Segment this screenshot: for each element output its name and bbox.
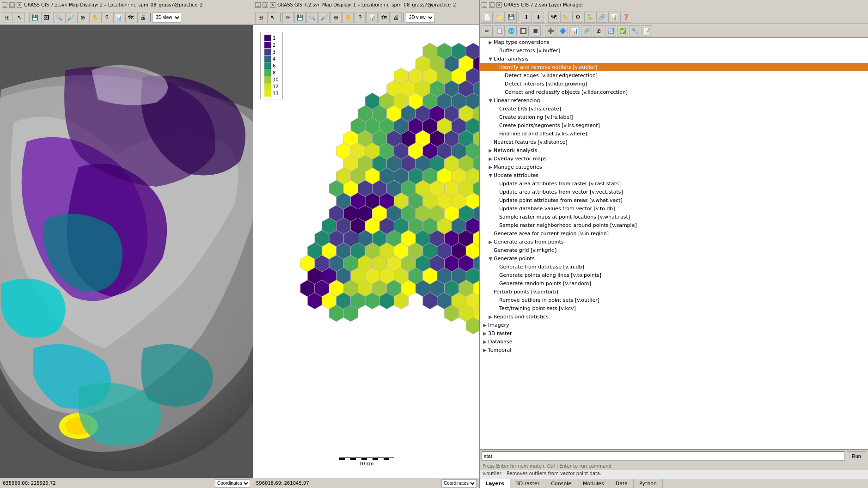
tool-query[interactable]: ? <box>101 12 112 23</box>
tool-overlay-r[interactable]: 🗺 <box>379 12 390 23</box>
tool-pan[interactable]: ✋ <box>89 12 100 23</box>
tree-item-manage-categories[interactable]: ▶ Manage categories <box>480 163 868 171</box>
tool-display[interactable]: ⊞ <box>2 12 13 23</box>
lm-layer-remove[interactable]: 🔳 <box>530 25 541 37</box>
lm-connect[interactable]: 🔗 <box>581 25 592 37</box>
lm-minimize[interactable]: _ <box>482 2 487 8</box>
tree-item-find-line-offset[interactable]: Find line id and offset [v.lrs.where] <box>480 129 868 138</box>
lm-check[interactable]: ✅ <box>617 25 628 37</box>
view-mode-select[interactable]: 3D view 2D view <box>153 12 181 23</box>
tree-item-update-db-vector[interactable]: Update database values from vector [v.to… <box>480 204 868 213</box>
lm-open[interactable]: 📁 <box>494 12 505 23</box>
lm-globe[interactable]: 🌐 <box>506 25 517 37</box>
lm-database[interactable]: 🔗 <box>596 12 607 23</box>
tool-query-r[interactable]: ? <box>355 12 366 23</box>
tree-item-sample-raster-point[interactable]: Sample raster maps at point locations [v… <box>480 213 868 221</box>
search-input[interactable] <box>482 451 845 461</box>
right-win-maximize[interactable]: □ <box>263 2 268 8</box>
tree-item-reports-stats[interactable]: ▶ Reports and statistics <box>480 312 868 321</box>
tab-layers[interactable]: Layers <box>480 479 510 488</box>
tool-overlay[interactable]: 🗺 <box>125 12 136 23</box>
tool-pointer[interactable]: ↖ <box>14 12 25 23</box>
lm-histogram[interactable]: 📊 <box>569 25 580 37</box>
tool-print-r[interactable]: 🖨 <box>391 12 402 23</box>
tree-item-gen-grid[interactable]: Generate grid [v.mkgrid] <box>480 246 868 254</box>
lm-text[interactable]: 🖹 <box>593 25 604 37</box>
lm-add-vector[interactable]: 📐 <box>560 12 571 23</box>
tree-item-detect-interiors[interactable]: Detect interiors [v.lidar.growing] <box>480 79 868 88</box>
tab-modules[interactable]: Modules <box>577 479 610 488</box>
lm-outline[interactable]: 🔷 <box>557 25 568 37</box>
tool-render[interactable]: 🖼 <box>41 12 52 23</box>
left-coord-system[interactable]: Coordinates <box>215 479 250 488</box>
right-win-close[interactable]: × <box>270 2 275 8</box>
tool-zoom-region-r[interactable]: ⊕ <box>330 12 342 23</box>
lm-config[interactable]: 🔧 <box>629 25 640 37</box>
tool-edit-r[interactable]: ✏ <box>282 12 293 23</box>
tree-item-temporal[interactable]: ▶ Temporal <box>480 346 868 354</box>
lm-note[interactable]: 📝 <box>641 25 652 37</box>
tree-item-map-type-conv[interactable]: ▶ Map type conversions <box>480 38 868 46</box>
left-win-minimize[interactable]: _ <box>2 2 7 8</box>
tool-zoom-in[interactable]: 🔍 <box>53 12 64 23</box>
tab-python[interactable]: Python <box>634 479 663 488</box>
tree-item-database[interactable]: ▶ Database <box>480 337 868 346</box>
tree-item-gen-random[interactable]: Generate random points [v.random] <box>480 279 868 287</box>
lm-upload[interactable]: ⬆ <box>521 12 532 23</box>
right-win-minimize[interactable]: _ <box>255 2 261 8</box>
left-win-maximize[interactable]: □ <box>9 2 15 8</box>
tool-analyze[interactable]: 📊 <box>113 12 124 23</box>
tree-item-create-stationing[interactable]: Create stationing [v.lrs.label] <box>480 113 868 121</box>
lm-refresh[interactable]: 🔃 <box>605 25 616 37</box>
tool-analyze-r[interactable]: 📊 <box>367 12 378 23</box>
lm-zoom-map[interactable]: ➕ <box>545 25 556 37</box>
lm-workspace[interactable]: 📊 <box>608 12 619 23</box>
tree-item-update-point-areas[interactable]: Update point attributes from areas [v.wh… <box>480 196 868 204</box>
tree-item-nearest-features[interactable]: Nearest features [v.distance] <box>480 138 868 146</box>
tree-item-network-analysis[interactable]: ▶ Network analysis <box>480 146 868 154</box>
lm-save[interactable]: 💾 <box>506 12 517 23</box>
lm-add-raster[interactable]: 🗺 <box>548 12 559 23</box>
tree-item-create-lrs[interactable]: Create LRS [v.lrs.create] <box>480 104 868 113</box>
lm-copy[interactable]: 📋 <box>494 25 505 37</box>
tree-item-generate-points[interactable]: ▼ Generate points <box>480 254 868 262</box>
tool-display-r[interactable]: ⊞ <box>255 12 266 23</box>
tree-item-create-points-segs[interactable]: Create points/segments [v.lrs.segment] <box>480 121 868 129</box>
tree-item-imagery[interactable]: ▶ Imagery <box>480 321 868 329</box>
run-button[interactable]: Run <box>847 451 866 461</box>
tool-zoom-region[interactable]: ⊕ <box>77 12 88 23</box>
tree-item-gen-from-db[interactable]: Generate from database [v.in.db] <box>480 262 868 271</box>
lm-close[interactable]: × <box>496 2 502 8</box>
right-coord-system[interactable]: Coordinates <box>441 479 477 488</box>
view-mode-select-r[interactable]: 3D view 2D view <box>406 12 434 23</box>
tool-zoom-out-r[interactable]: 🔎 <box>318 12 330 23</box>
tree-item-identify-outliers[interactable]: Identify and remove outliers [v.outlier] <box>480 63 868 71</box>
tree-item-correct-reclassify[interactable]: Correct and reclassify objects [v.lidar.… <box>480 88 868 96</box>
tree-item-sample-raster-neighbor[interactable]: Sample raster neighborhood around points… <box>480 221 868 229</box>
tool-save-map[interactable]: 💾 <box>29 12 40 23</box>
lm-edit[interactable]: ✏ <box>482 25 493 37</box>
tool-pan-r[interactable]: ✋ <box>342 12 354 23</box>
tree-item-detect-edges[interactable]: Detect edges [v.lidar.edgedetection] <box>480 71 868 79</box>
lm-download[interactable]: ⬇ <box>533 12 544 23</box>
tree-item-update-attributes[interactable]: ▼ Update attributes <box>480 171 868 179</box>
tree-item-3d-raster[interactable]: ▶ 3D raster <box>480 329 868 337</box>
lm-settings[interactable]: ⚙ <box>572 12 583 23</box>
tree-item-buffer-vectors[interactable]: Buffer vectors [v.buffer] <box>480 46 868 55</box>
tree-item-linear-ref[interactable]: ▼ Linear referencing <box>480 96 868 104</box>
lm-help[interactable]: ❓ <box>620 12 631 23</box>
tool-zoom-in-r[interactable]: 🔍 <box>306 12 318 23</box>
tree-item-gen-along-lines[interactable]: Generate points along lines [v.to.points… <box>480 271 868 279</box>
tree-item-remove-outliers[interactable]: Remove outliers in point sets [v.outlier… <box>480 296 868 304</box>
tool-save-r[interactable]: 💾 <box>294 12 306 23</box>
lm-maximize[interactable]: □ <box>489 2 495 8</box>
tree-item-overlay-vector[interactable]: ▶ Overlay vector maps <box>480 154 868 163</box>
tree-item-update-area-vector[interactable]: Update area attributes from vector [v.ve… <box>480 188 868 196</box>
lm-new[interactable]: 📄 <box>482 12 493 23</box>
tree-item-gen-areas-points[interactable]: ▶ Generate areas from points <box>480 238 868 246</box>
tool-print[interactable]: 🖨 <box>137 12 148 23</box>
tab-data[interactable]: Data <box>610 479 634 488</box>
lm-python[interactable]: 🐍 <box>584 12 595 23</box>
left-win-close[interactable]: × <box>17 2 22 8</box>
tree-item-perturb-points[interactable]: Perturb points [v.perturb] <box>480 287 868 296</box>
